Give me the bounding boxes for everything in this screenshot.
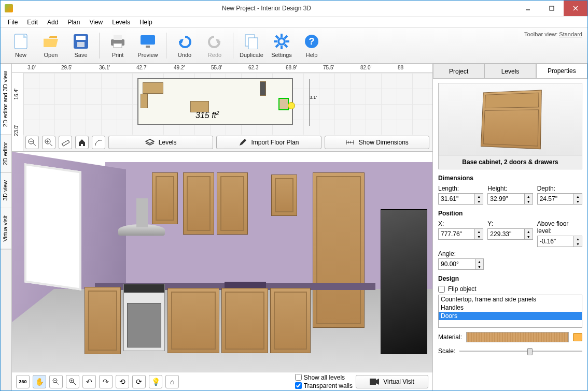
- angle-input[interactable]: ▲▼: [438, 258, 484, 270]
- save-button[interactable]: Save: [66, 30, 96, 61]
- arc-button[interactable]: [92, 136, 105, 149]
- oven: [123, 284, 165, 351]
- floor-plan[interactable]: 315 ft2 3.1': [137, 78, 293, 125]
- titlebar: New Project - Interior Design 3D: [1, 1, 587, 16]
- folder-open-icon: [43, 33, 59, 50]
- orbit-left-button[interactable]: ⟲: [116, 375, 129, 388]
- help-button[interactable]: ?Help: [297, 30, 327, 61]
- range-hood: [118, 224, 165, 250]
- zoom-out-3d-button[interactable]: [49, 375, 63, 388]
- tab-2d-3d-view[interactable]: 2D editor and 3D view: [1, 64, 11, 135]
- svg-line-22: [285, 36, 287, 38]
- camera-reset-button[interactable]: ⌂: [165, 375, 179, 388]
- levels-button[interactable]: Levels: [108, 136, 213, 149]
- redo-icon: [206, 33, 223, 50]
- svg-rect-6: [76, 36, 86, 40]
- material-target-list[interactable]: Countertop, frame and side panels Handle…: [438, 295, 582, 328]
- menu-file[interactable]: File: [4, 18, 22, 27]
- menu-help[interactable]: Help: [135, 18, 157, 27]
- above-floor-input[interactable]: ▲▼: [537, 236, 582, 247]
- gear-icon: [273, 33, 290, 50]
- rotate-left-button[interactable]: ↶: [82, 375, 96, 388]
- save-icon: [73, 33, 89, 50]
- menubar: File Edit Add Plan View Levels Help: [1, 16, 587, 27]
- svg-rect-10: [114, 44, 122, 48]
- tab-levels[interactable]: Levels: [484, 64, 536, 78]
- help-icon: ?: [303, 33, 320, 50]
- object-caption: Base cabinet, 2 doors & drawers: [438, 155, 582, 169]
- tab-3d-view[interactable]: 3D view: [1, 173, 11, 208]
- material-swatch[interactable]: [466, 332, 569, 342]
- toolbar-view-toggle[interactable]: Toolbar view: Standard: [524, 31, 582, 37]
- zoom-in-button[interactable]: [42, 136, 55, 149]
- camera-icon: [370, 379, 379, 385]
- close-button[interactable]: [564, 1, 587, 16]
- properties-panel: Project Levels Properties Base cabinet, …: [433, 64, 587, 390]
- zoom-in-3d-button[interactable]: [66, 375, 79, 388]
- maximize-button[interactable]: [540, 1, 564, 16]
- svg-line-43: [73, 382, 76, 385]
- virtual-visit-button[interactable]: Virtual Visit: [356, 375, 428, 388]
- menu-edit[interactable]: Edit: [23, 18, 42, 27]
- rotate-handle[interactable]: [288, 102, 295, 109]
- list-item[interactable]: Handles: [439, 303, 582, 312]
- view-360-button[interactable]: 360: [16, 375, 30, 388]
- transparent-walls-checkbox[interactable]: Transparent walls: [295, 382, 353, 389]
- rotate-right-button[interactable]: ↷: [99, 375, 113, 388]
- open-button[interactable]: Open: [36, 30, 66, 61]
- flip-object-checkbox[interactable]: Flip object: [438, 285, 582, 293]
- selected-object-marker[interactable]: [278, 98, 289, 110]
- scale-slider[interactable]: [459, 346, 582, 356]
- x-input[interactable]: ▲▼: [438, 228, 483, 240]
- duplicate-button[interactable]: Duplicate: [236, 30, 267, 61]
- pencil-icon: [239, 138, 247, 147]
- bottom-toolbar: 360 ✋ ↶ ↷ ⟲ ⟳ 💡 ⌂ Show all levels Transp…: [12, 372, 432, 390]
- home-button[interactable]: [75, 136, 89, 149]
- svg-line-23: [276, 45, 278, 47]
- window-3d: [24, 163, 81, 290]
- printer-icon: [109, 33, 126, 50]
- length-input[interactable]: ▲▼: [438, 193, 483, 205]
- y-input[interactable]: ▲▼: [487, 228, 533, 240]
- depth-input[interactable]: ▲▼: [537, 193, 582, 205]
- svg-rect-9: [114, 35, 122, 40]
- tab-properties[interactable]: Properties: [536, 64, 587, 78]
- import-floorplan-button[interactable]: Import Floor Plan: [216, 136, 321, 149]
- undo-button[interactable]: Undo: [170, 30, 200, 61]
- tab-2d-editor[interactable]: 2D editor: [1, 135, 11, 173]
- show-dimensions-button[interactable]: Show Dimensions: [325, 136, 429, 149]
- new-button[interactable]: New: [6, 30, 36, 61]
- menu-levels[interactable]: Levels: [108, 18, 134, 27]
- menu-add[interactable]: Add: [43, 18, 62, 27]
- dimensions-icon: [345, 139, 355, 146]
- show-all-levels-checkbox[interactable]: Show all levels: [295, 374, 353, 381]
- lighting-button[interactable]: 💡: [149, 375, 162, 388]
- design-heading: Design: [438, 275, 582, 282]
- settings-button[interactable]: Settings: [267, 30, 297, 61]
- svg-rect-46: [370, 379, 376, 385]
- menu-plan[interactable]: Plan: [63, 18, 84, 27]
- plan-canvas[interactable]: 315 ft2 3.1': [23, 73, 432, 135]
- list-item[interactable]: Doors: [439, 312, 582, 320]
- orbit-right-button[interactable]: ⟳: [132, 375, 146, 388]
- pan-button[interactable]: ✋: [33, 375, 46, 388]
- app-icon: [5, 4, 13, 12]
- redo-button[interactable]: Redo: [200, 30, 230, 61]
- tab-virtual-visit[interactable]: Virtua visit: [1, 208, 11, 250]
- print-button[interactable]: Print: [103, 30, 133, 61]
- zoom-out-button[interactable]: [25, 136, 39, 149]
- svg-text:?: ?: [309, 36, 315, 47]
- tab-project[interactable]: Project: [433, 64, 484, 78]
- monitor-icon: [139, 33, 156, 50]
- svg-line-27: [33, 143, 36, 146]
- view-3d-panel[interactable]: [12, 152, 432, 372]
- menu-view[interactable]: View: [85, 18, 107, 27]
- browse-material-button[interactable]: [573, 333, 582, 341]
- svg-rect-1: [550, 6, 554, 10]
- height-input[interactable]: ▲▼: [487, 193, 533, 205]
- preview-button[interactable]: Preview: [133, 30, 163, 61]
- minimize-button[interactable]: [516, 1, 540, 16]
- list-item[interactable]: Countertop, frame and side panels: [439, 295, 582, 303]
- measure-button[interactable]: [59, 136, 72, 149]
- file-icon: [12, 33, 29, 50]
